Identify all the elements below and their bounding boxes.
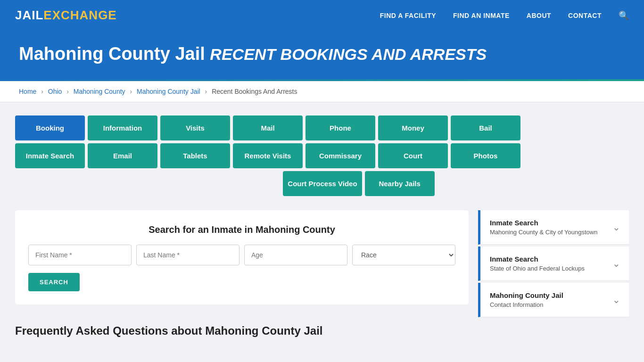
nav-btn-commissary[interactable]: Commissary	[305, 143, 375, 168]
sidebar-card-1-sub: Mahoning County & City of Youngstown	[490, 229, 597, 236]
breadcrumb-home[interactable]: Home	[19, 88, 36, 95]
nav-btn-phone[interactable]: Phone	[305, 115, 375, 140]
main-content: Search for an Inmate in Mahoning County …	[15, 210, 469, 337]
breadcrumb-current: Recent Bookings And Arrests	[212, 88, 297, 95]
nav-btn-remote-visits[interactable]: Remote Visits	[233, 143, 303, 168]
search-button[interactable]: SEARCH	[28, 273, 80, 291]
nav-buttons-section: Booking Information Visits Mail Phone Mo…	[15, 115, 629, 199]
first-name-input[interactable]	[28, 245, 132, 265]
sidebar-card-1-title: Inmate Search	[490, 219, 597, 227]
nav-btn-money[interactable]: Money	[378, 115, 448, 140]
nav-contact[interactable]: CONTACT	[568, 12, 602, 19]
faq-section: Frequently Asked Questions about Mahonin…	[15, 304, 469, 337]
hero-title-main: Mahoning County Jail	[19, 44, 205, 64]
content-sidebar: Search for an Inmate in Mahoning County …	[15, 210, 629, 337]
breadcrumb-sep-4: ›	[205, 88, 207, 95]
breadcrumb-mahoning-county[interactable]: Mahoning County	[74, 88, 125, 95]
nav-btn-nearby-jails[interactable]: Nearby Jails	[365, 171, 435, 196]
nav-links: FIND A FACILITY FIND AN INMATE ABOUT CON…	[380, 10, 629, 21]
inmate-search-card: Search for an Inmate in Mahoning County …	[15, 210, 469, 304]
breadcrumb-sep-3: ›	[130, 88, 132, 95]
sidebar: Inmate Search Mahoning County & City of …	[478, 210, 629, 319]
sidebar-card-2[interactable]: Inmate Search State of Ohio and Federal …	[478, 247, 629, 281]
nav-btn-court[interactable]: Court	[378, 143, 448, 168]
search-form-row: Race White Black Hispanic Asian Other	[28, 245, 455, 265]
sidebar-card-3[interactable]: Mahoning County Jail Contact Information…	[478, 283, 629, 317]
nav-btn-email[interactable]: Email	[88, 143, 157, 168]
site-logo[interactable]: JAILEXCHANGE	[15, 8, 117, 23]
nav-buttons-row-2: Inmate Search Email Tablets Remote Visit…	[15, 143, 629, 168]
nav-btn-mail[interactable]: Mail	[233, 115, 303, 140]
hero-banner: Mahoning County Jail Recent Bookings And…	[0, 31, 644, 79]
age-input[interactable]	[244, 245, 347, 265]
sidebar-card-2-text: Inmate Search State of Ohio and Federal …	[490, 255, 585, 272]
nav-search-button[interactable]: 🔍	[619, 10, 629, 21]
nav-btn-photos[interactable]: Photos	[451, 143, 520, 168]
breadcrumb-ohio[interactable]: Ohio	[48, 88, 62, 95]
nav-btn-information[interactable]: Information	[88, 115, 157, 140]
sidebar-card-1[interactable]: Inmate Search Mahoning County & City of …	[478, 210, 629, 245]
logo-exchange: EXCHANGE	[43, 8, 116, 23]
last-name-input[interactable]	[136, 245, 239, 265]
sidebar-card-2-title: Inmate Search	[490, 255, 585, 263]
sidebar-card-3-title: Mahoning County Jail	[490, 291, 563, 299]
nav-find-inmate[interactable]: FIND AN INMATE	[453, 12, 510, 19]
logo-jail: JAIL	[15, 8, 43, 23]
sidebar-card-2-sub: State of Ohio and Federal Lockups	[490, 265, 585, 272]
nav-buttons-row-3: Court Process Video Nearby Jails	[89, 171, 629, 196]
sidebar-card-1-chevron: ⌄	[612, 222, 620, 233]
breadcrumb-jail[interactable]: Mahoning County Jail	[137, 88, 200, 95]
sidebar-card-2-chevron: ⌄	[612, 258, 620, 269]
faq-heading: Frequently Asked Questions about Mahonin…	[15, 313, 469, 337]
sidebar-card-1-text: Inmate Search Mahoning County & City of …	[490, 219, 597, 236]
nav-btn-inmate-search[interactable]: Inmate Search	[15, 143, 85, 168]
nav-btn-tablets[interactable]: Tablets	[160, 143, 230, 168]
nav-btn-booking[interactable]: Booking	[15, 115, 85, 140]
breadcrumb-sep-2: ›	[66, 88, 69, 95]
sidebar-card-3-sub: Contact Information	[490, 301, 563, 308]
sidebar-card-3-text: Mahoning County Jail Contact Information	[490, 291, 563, 308]
hero-title-sub: Recent Bookings And Arrests	[210, 45, 487, 63]
breadcrumb: Home › Ohio › Mahoning County › Mahoning…	[0, 81, 644, 102]
nav-btn-bail[interactable]: Bail	[451, 115, 520, 140]
nav-btn-court-process-video[interactable]: Court Process Video	[283, 171, 362, 196]
page-title: Mahoning County Jail Recent Bookings And…	[19, 44, 625, 64]
sidebar-card-3-chevron: ⌄	[612, 294, 620, 305]
nav-buttons-row-1: Booking Information Visits Mail Phone Mo…	[15, 115, 629, 140]
nav-btn-visits[interactable]: Visits	[160, 115, 230, 140]
search-card-title: Search for an Inmate in Mahoning County	[28, 224, 455, 235]
race-select[interactable]: Race White Black Hispanic Asian Other	[352, 245, 455, 265]
main-container: Booking Information Visits Mail Phone Mo…	[0, 102, 644, 351]
nav-about[interactable]: ABOUT	[527, 12, 551, 19]
nav-find-facility[interactable]: FIND A FACILITY	[380, 12, 436, 19]
breadcrumb-sep-1: ›	[41, 88, 43, 95]
navbar: JAILEXCHANGE FIND A FACILITY FIND AN INM…	[0, 0, 644, 31]
